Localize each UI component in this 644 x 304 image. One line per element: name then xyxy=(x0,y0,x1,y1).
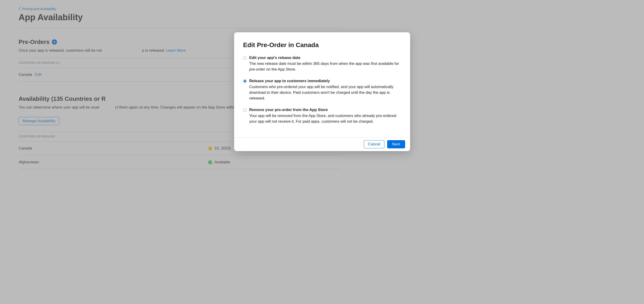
radio-option-remove[interactable]: Remove your pre-order from the App Store… xyxy=(243,108,401,124)
edit-preorder-modal: Edit Pre-Order in Canada Edit your app's… xyxy=(234,32,410,151)
option-desc: Customers who pre-ordered your app will … xyxy=(249,84,401,101)
radio-icon[interactable] xyxy=(243,108,246,112)
cancel-button[interactable]: Cancel xyxy=(364,140,384,148)
modal-footer: Cancel Next xyxy=(234,137,410,151)
radio-option-release-now[interactable]: Release your app to customers immediatel… xyxy=(243,79,401,101)
radio-option-edit-date[interactable]: Edit your app's release date The new rel… xyxy=(243,56,401,72)
option-label: Release your app to customers immediatel… xyxy=(249,79,401,83)
radio-icon[interactable] xyxy=(243,56,246,60)
option-desc: Your app will be removed from the App St… xyxy=(249,113,401,124)
option-desc: The new release date must be within 365 … xyxy=(249,61,401,72)
modal-title: Edit Pre-Order in Canada xyxy=(243,41,401,49)
next-button[interactable]: Next xyxy=(387,140,405,148)
modal-overlay[interactable]: Edit Pre-Order in Canada Edit your app's… xyxy=(0,0,644,169)
option-label: Edit your app's release date xyxy=(249,56,401,60)
option-label: Remove your pre-order from the App Store xyxy=(249,108,401,112)
radio-icon[interactable] xyxy=(243,79,246,83)
